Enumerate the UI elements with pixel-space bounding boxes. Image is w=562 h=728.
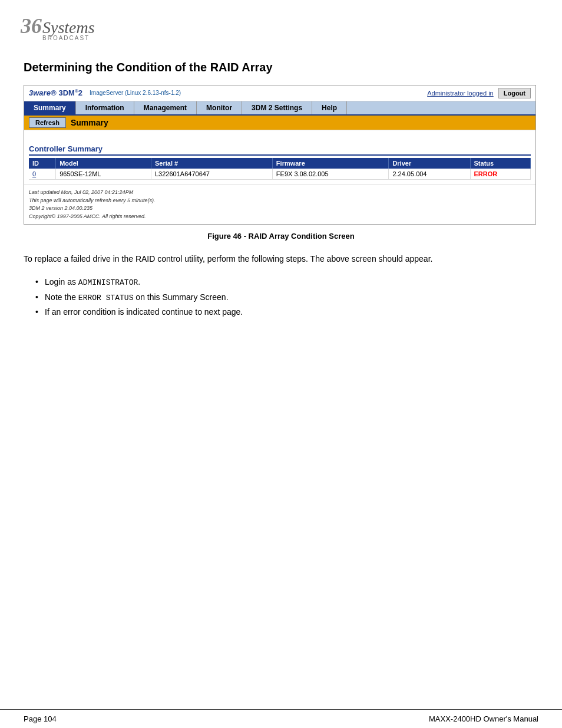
raid-topbar-right: Administrator logged in Logout bbox=[427, 88, 531, 98]
refresh-button[interactable]: Refresh bbox=[29, 117, 66, 128]
cell-driver: 2.24.05.004 bbox=[389, 169, 470, 180]
list-item: Note the ERROR STATUS on this Summary Sc… bbox=[35, 290, 538, 305]
col-firmware: Firmware bbox=[272, 158, 389, 169]
error-status-text: ERROR STATUS bbox=[78, 294, 134, 302]
cell-status: ERROR bbox=[470, 169, 530, 180]
col-model: Model bbox=[56, 158, 151, 169]
main-content: Determining the Condition of the RAID Ar… bbox=[0, 49, 562, 353]
page-footer: Page 104 MAXX-2400HD Owner's Manual bbox=[0, 709, 562, 728]
footer-page-number: Page 104 bbox=[24, 714, 57, 723]
page-title: Determining the Condition of the RAID Ar… bbox=[24, 61, 538, 74]
col-serial: Serial # bbox=[151, 158, 273, 169]
nav-help[interactable]: Help bbox=[312, 101, 347, 114]
figure-caption: Figure 46 - RAID Array Condition Screen bbox=[24, 232, 538, 241]
raid-subnav: Refresh Summary bbox=[24, 116, 535, 130]
nav-monitor[interactable]: Monitor bbox=[197, 101, 242, 114]
body-text: To replace a failed drive in the RAID co… bbox=[24, 252, 538, 265]
table-row: 0 9650SE-12ML L322601A6470647 FE9X 3.08.… bbox=[29, 169, 531, 180]
table-header: ID Model Serial # Firmware Driver Status bbox=[29, 158, 531, 169]
logo-area: 36 Systems BROADCAST bbox=[0, 0, 562, 49]
svg-text:BROADCAST: BROADCAST bbox=[42, 35, 90, 41]
company-logo: 36 Systems BROADCAST bbox=[18, 11, 112, 43]
col-id: ID bbox=[29, 158, 56, 169]
raid-footer: Last updated Mon, Jul 02, 2007 04:21:24P… bbox=[24, 185, 535, 224]
logout-button[interactable]: Logout bbox=[498, 88, 531, 98]
raid-brand: 3ware® bbox=[29, 88, 56, 97]
admin-text: ADMINISTRATOR bbox=[78, 278, 138, 287]
raid-model: 3DM®2 bbox=[58, 88, 82, 97]
nav-summary[interactable]: Summary bbox=[24, 101, 76, 114]
subnav-title: Summary bbox=[71, 118, 108, 127]
cell-model: 9650SE-12ML bbox=[56, 169, 151, 180]
table-body: 0 9650SE-12ML L322601A6470647 FE9X 3.08.… bbox=[29, 169, 531, 180]
footer-line-3: 3DM 2 version 2.04.00.235 bbox=[29, 205, 531, 213]
footer-line-2: This page will automatically refresh eve… bbox=[29, 197, 531, 205]
raid-topbar: 3ware® 3DM®2 ImageServer (Linux 2.6.13-n… bbox=[24, 85, 535, 101]
svg-text:36: 36 bbox=[20, 14, 42, 38]
controller-summary-title: Controller Summary bbox=[29, 144, 531, 156]
raid-content: Controller Summary ID Model Serial # Fir… bbox=[24, 130, 535, 185]
raid-subtitle: ImageServer (Linux 2.6.13-nfs-1.2) bbox=[90, 90, 181, 96]
cell-firmware: FE9X 3.08.02.005 bbox=[272, 169, 389, 180]
controller-table: ID Model Serial # Firmware Driver Status… bbox=[29, 158, 531, 180]
raid-nav: Summary Information Management Monitor 3… bbox=[24, 101, 535, 116]
list-item: If an error condition is indicated conti… bbox=[35, 305, 538, 319]
footer-line-4: Copyright© 1997-2005 AMCC. All rights re… bbox=[29, 213, 531, 221]
bullet-list: Login as ADMINISTRATOR. Note the ERROR S… bbox=[24, 275, 538, 319]
list-item: Login as ADMINISTRATOR. bbox=[35, 275, 538, 289]
col-driver: Driver bbox=[389, 158, 470, 169]
col-status: Status bbox=[470, 158, 530, 169]
svg-text:Systems: Systems bbox=[42, 18, 95, 37]
cell-serial: L322601A6470647 bbox=[151, 169, 273, 180]
raid-logo: 3ware® 3DM®2 ImageServer (Linux 2.6.13-n… bbox=[29, 88, 181, 97]
admin-status: Administrator logged in bbox=[427, 90, 494, 97]
nav-information[interactable]: Information bbox=[76, 101, 134, 114]
nav-management[interactable]: Management bbox=[134, 101, 197, 114]
raid-interface: 3ware® 3DM®2 ImageServer (Linux 2.6.13-n… bbox=[24, 85, 536, 225]
footer-manual-title: MAXX-2400HD Owner's Manual bbox=[429, 714, 538, 723]
footer-line-1: Last updated Mon, Jul 02, 2007 04:21:24P… bbox=[29, 189, 531, 197]
cell-id[interactable]: 0 bbox=[29, 169, 56, 180]
nav-3dm2-settings[interactable]: 3DM 2 Settings bbox=[242, 101, 312, 114]
